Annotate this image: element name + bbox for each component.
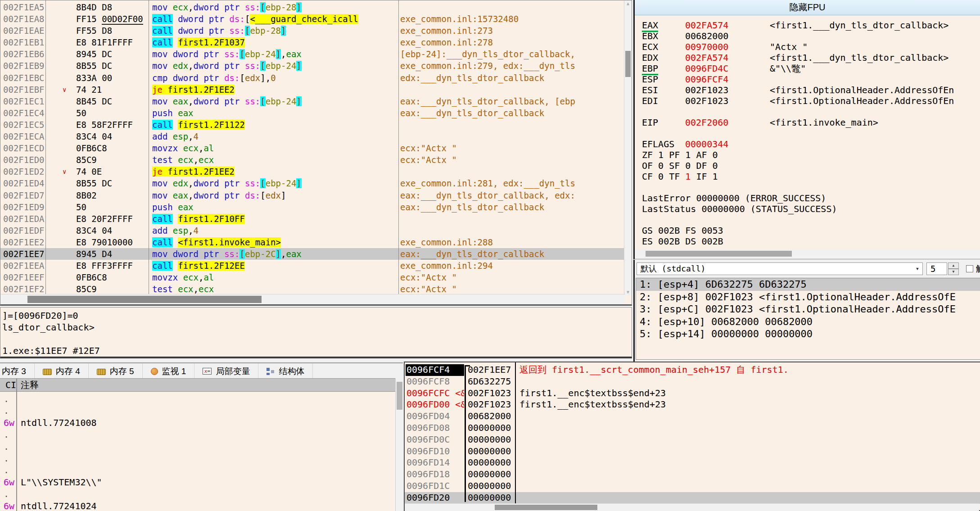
comment-table-row[interactable]: . bbox=[0, 429, 395, 440]
stack-row[interactable]: 0096FD00 <&0002F1023first1.__enc$textbss… bbox=[405, 399, 980, 411]
disasm-row[interactable]: 002F1EB98B55 DCmov edx,dword ptr ss:[ebp… bbox=[0, 60, 624, 72]
disasm-row[interactable]: 002F1EC5E8 58F2FFFFcall first1.2F1122 bbox=[0, 119, 624, 131]
stack-address-cell: 0096FD04 bbox=[406, 411, 464, 422]
argument-row[interactable]: 1: [esp+4] 6D632275 6D632275 bbox=[636, 278, 980, 291]
disasm-row[interactable]: 002F1ED78B02mov eax,dword ptr ds:[edx]ea… bbox=[0, 190, 624, 201]
bottom-tab[interactable]: 内存 4 bbox=[35, 363, 89, 379]
argument-row[interactable]: 3: [esp+C] 002F1023 <first1.OptionalHead… bbox=[636, 303, 980, 316]
register-row[interactable]: EDX002FA574<first1.___dyn_tls_dtor_callb… bbox=[635, 52, 980, 63]
disasm-row[interactable]: 002F1EDAE8 20F2FFFFcall first1.2F10FF bbox=[0, 213, 624, 225]
register-row[interactable]: EDI002F1023<first1.OptionalHeader.Addres… bbox=[635, 95, 980, 106]
spin-down-button[interactable]: ▼ bbox=[948, 269, 959, 275]
disasm-row[interactable]: 002F1EDF83C4 04add esp,4 bbox=[0, 225, 624, 236]
scrollbar-thumb[interactable] bbox=[495, 505, 597, 510]
argument-row[interactable]: 5: [esp+14] 00000000 00000000 bbox=[636, 328, 980, 340]
scrollbar-thumb[interactable] bbox=[397, 382, 402, 410]
comment-table-row[interactable]: . bbox=[0, 441, 395, 452]
register-row[interactable]: ESP0096FCF4 bbox=[635, 74, 980, 85]
argument-row[interactable]: 4: [esp+10] 00682000 00682000 bbox=[636, 316, 980, 328]
register-value[interactable]: 002FA574 bbox=[685, 20, 728, 31]
disasm-row[interactable]: 002F1EF285C9test ecx,ecxecx:"Actx " bbox=[0, 283, 624, 294]
bottom-tab[interactable]: 结构体 bbox=[258, 363, 313, 379]
stack-row[interactable]: 0096FD1400000000 bbox=[405, 457, 980, 469]
register-row[interactable]: EFLAGS00000344 bbox=[635, 139, 980, 149]
register-value[interactable]: 002F1023 bbox=[685, 95, 728, 106]
disasm-row[interactable]: 002F1EE78945 D4mov dword ptr ss:[ebp-2C]… bbox=[0, 248, 624, 260]
unlock-checkbox[interactable] bbox=[966, 265, 973, 272]
disasm-row[interactable]: 002F1ED950push eaxeax:___dyn_tls_dtor_ca… bbox=[0, 201, 624, 213]
disasm-row[interactable]: 002F1EA8FF15 00D02F00call dword ptr ds:[… bbox=[0, 13, 624, 25]
comment-table-row[interactable]: . bbox=[0, 464, 395, 476]
stack-row[interactable]: 0096FCF86D632275 bbox=[405, 376, 980, 388]
spin-up-button[interactable]: ▲ bbox=[948, 262, 959, 269]
disasm-row[interactable]: 002F1EE2E8 79010000call <first1.invoke_m… bbox=[0, 236, 624, 248]
register-value[interactable]: 002F1023 bbox=[685, 85, 728, 95]
chevron-down-icon[interactable]: ▼ bbox=[914, 262, 921, 275]
register-value[interactable]: 002FA574 bbox=[685, 52, 728, 63]
disasm-row[interactable]: 002F1ECA83C4 04add esp,4 bbox=[0, 131, 624, 142]
stack-row[interactable]: 0096FD0C00000000 bbox=[405, 434, 980, 446]
scrollbar-thumb[interactable] bbox=[646, 251, 792, 257]
register-value[interactable]: 00000344 bbox=[685, 139, 728, 149]
disasm-row[interactable]: 002F1EC450push eaxeax:___dyn_tls_dtor_ca… bbox=[0, 107, 624, 119]
bottom-tab[interactable]: x=局部变量 bbox=[194, 363, 258, 379]
stack-horizontal-scrollbar[interactable] bbox=[405, 503, 979, 511]
stack-row[interactable]: 0096FD1800000000 bbox=[405, 469, 980, 480]
bottom-tab[interactable]: 监视 1 bbox=[143, 363, 195, 379]
disasm-row[interactable]: 002F1EEF0FB6C8movzx ecx,alecx:"Actx " bbox=[0, 271, 624, 283]
disasm-row[interactable]: 002F1EBC833A 00cmp dword ptr ds:[edx],0e… bbox=[0, 72, 624, 84]
register-row[interactable]: EBP0096FD4C&"\\鼈" bbox=[635, 63, 980, 74]
stack-row[interactable]: 0096FD0800000000 bbox=[405, 422, 980, 434]
comments-vertical-scrollbar[interactable] bbox=[395, 378, 403, 511]
register-row[interactable]: ESI002F1023<first1.OptionalHeader.Addres… bbox=[635, 85, 980, 95]
comment-table-row[interactable]: 6wntdll.77241008 bbox=[0, 417, 395, 429]
register-row[interactable]: EIP002F2060<first1.invoke_main> bbox=[635, 117, 980, 128]
scrollbar-thumb[interactable] bbox=[27, 296, 262, 303]
register-value[interactable]: 0096FCF4 bbox=[685, 74, 728, 85]
comment-table-row[interactable]: 6wL"\\SYSTEM32\\" bbox=[0, 476, 395, 488]
disasm-row[interactable]: 002F1EB1E8 81F1FFFFcall first1.2F1037exe… bbox=[0, 36, 624, 48]
argument-row[interactable]: 2: [esp+8] 002F1023 <first1.OptionalHead… bbox=[636, 291, 980, 303]
bottom-tab-bar: 内存 3内存 4内存 5监视 1x=局部变量结构体 bbox=[0, 362, 403, 379]
bottom-tab[interactable]: 内存 5 bbox=[89, 363, 143, 379]
register-row[interactable]: ECX00970000"Actx " bbox=[635, 41, 980, 52]
register-row[interactable]: EBX00682000 bbox=[635, 31, 980, 41]
disasm-row[interactable]: 002F1EC18B45 DCmov eax,dword ptr ss:[ebp… bbox=[0, 95, 624, 107]
stack-row[interactable]: 0096FCF4002F1EE7返回到 first1.__scrt_common… bbox=[405, 364, 980, 376]
register-row[interactable]: EAX002FA574<first1.___dyn_tls_dtor_callb… bbox=[635, 20, 980, 31]
hide-fpu-button[interactable]: 隐藏FPU bbox=[635, 0, 980, 15]
disasm-horizontal-scrollbar[interactable] bbox=[0, 294, 625, 304]
disasm-row[interactable]: 002F1EB68945 DCmov dword ptr ss:[ebp-24]… bbox=[0, 48, 624, 60]
scroll-down-icon[interactable]: ▼ bbox=[624, 289, 632, 295]
stack-row[interactable]: 0096FD2000000000 bbox=[405, 492, 980, 504]
register-value[interactable]: 00682000 bbox=[685, 31, 728, 41]
register-value[interactable]: 0096FD4C bbox=[685, 63, 728, 74]
register-value[interactable]: 002F2060 bbox=[685, 117, 728, 128]
arg-count-spinner[interactable]: 5 bbox=[926, 262, 947, 275]
scrollbar-thumb[interactable] bbox=[625, 51, 631, 77]
disasm-row[interactable]: 002F1EAEFF55 D8call dword ptr ss:[ebp-28… bbox=[0, 25, 624, 36]
address-cell: 002F1ED7 bbox=[3, 190, 45, 201]
disasm-row[interactable]: 002F1ED085C9test ecx,ecxecx:"Actx " bbox=[0, 154, 624, 166]
disasm-row[interactable]: 002F1EEAE8 FFF3FFFFcall first1.2F12EEexe… bbox=[0, 260, 624, 271]
comment-table-row[interactable]: . bbox=[0, 452, 395, 464]
stack-row[interactable]: 0096FD1C00000000 bbox=[405, 480, 980, 492]
disasm-row[interactable]: 002F1EA58B4D D8mov ecx,dword ptr ss:[ebp… bbox=[0, 1, 624, 13]
register-value[interactable]: 00970000 bbox=[685, 41, 728, 52]
disasm-row[interactable]: 002F1ED2∨74 0Eje first1.2F1EE2 bbox=[0, 166, 624, 177]
disasm-vertical-scrollbar[interactable]: ▲ ▼ bbox=[624, 0, 632, 295]
bottom-tab[interactable]: 内存 3 bbox=[0, 363, 35, 379]
comment-table-row[interactable]: . bbox=[0, 488, 395, 500]
comment-table-row[interactable]: 6wntdll.77241024 bbox=[0, 500, 395, 511]
disasm-row[interactable]: 002F1ED48B55 DCmov edx,dword ptr ss:[ebp… bbox=[0, 177, 624, 189]
comment-table-row[interactable]: . bbox=[0, 393, 395, 405]
stack-row[interactable]: 0096FCFC <&0002F1023first1.__enc$textbss… bbox=[405, 388, 980, 399]
disasm-row[interactable]: 002F1ECD0FB6C8movzx ecx,alecx:"Actx " bbox=[0, 142, 624, 154]
calling-convention-select[interactable]: 默认 (stdcall) bbox=[637, 262, 923, 275]
comment-table-row[interactable]: . bbox=[0, 405, 395, 416]
registers-horizontal-scrollbar[interactable] bbox=[635, 249, 980, 259]
disasm-row[interactable]: 002F1EBF∨74 21je first1.2F1EE2 bbox=[0, 84, 624, 95]
stack-row[interactable]: 0096FD1000000000 bbox=[405, 446, 980, 457]
scroll-up-icon[interactable]: ▲ bbox=[624, 0, 632, 7]
stack-row[interactable]: 0096FD0400682000 bbox=[405, 411, 980, 422]
